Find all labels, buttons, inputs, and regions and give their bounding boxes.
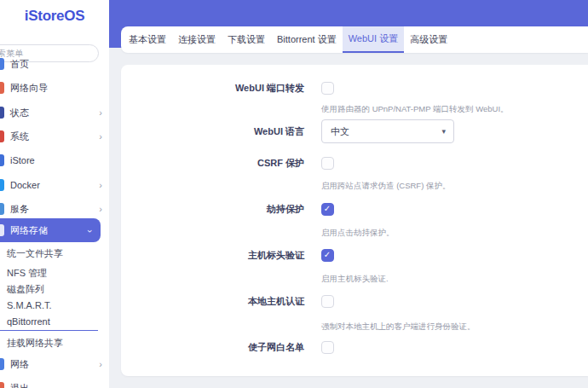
istore-icon (0, 154, 4, 166)
network-storage-icon (0, 224, 4, 236)
field-label: 主机标头验证 (121, 249, 304, 262)
selected-language: 中文 (331, 126, 349, 136)
sidebar-item-network-wizard[interactable]: 网络向导 (0, 76, 109, 100)
sidebar-item-raid[interactable]: 磁盘阵列 (0, 281, 109, 298)
sidebar-item-mount-network-share[interactable]: 挂载网络共享 (0, 334, 109, 351)
webui-port-forward-checkbox[interactable] (321, 82, 334, 95)
docker-icon (0, 179, 4, 191)
chevron-down-icon: › (78, 229, 102, 233)
chevron-right-icon: › (99, 173, 102, 197)
sidebar-item-status[interactable]: 状态 › (0, 101, 109, 125)
chevron-right-icon: › (99, 125, 102, 148)
field-description: 启用点击劫持保护。 (321, 227, 395, 238)
tab-bittorrent-settings[interactable]: Bittorrent 设置 (271, 26, 343, 53)
field-label: WebUI 端口转发 (121, 82, 304, 95)
clickjacking-protection-checkbox[interactable] (321, 203, 334, 216)
sidebar-item-home[interactable]: 首页 (0, 52, 109, 76)
webui-settings-form: WebUI 端口转发 使用路由器的 UPnP/NAT-PMP 端口转发到 Web… (121, 65, 588, 376)
network-wizard-icon (0, 82, 4, 94)
field-label: 使子网白名单 (121, 341, 304, 354)
chevron-right-icon: › (99, 101, 102, 125)
sidebar-item-smart[interactable]: S.M.A.R.T. (0, 297, 109, 314)
field-description: 启用跨站点请求伪造 (CSRF) 保护。 (321, 180, 450, 191)
sidebar-item-logout[interactable]: 退出 (0, 376, 109, 388)
field-description: 强制对本地主机上的客户端进行身份验证。 (321, 321, 476, 332)
sidebar-item-istore[interactable]: iStore (0, 148, 109, 172)
localhost-auth-checkbox[interactable] (321, 295, 334, 308)
tab-basic-settings[interactable]: 基本设置 (123, 26, 172, 53)
field-label: CSRF 保护 (121, 157, 304, 170)
field-description: 启用主机标头验证. (321, 273, 389, 284)
app-root: 基本设置 连接设置 下载设置 Bittorrent 设置 WebUI 设置 高级… (0, 0, 588, 388)
field-label: WebUI 语言 (121, 125, 304, 138)
sidebar-item-docker[interactable]: Docker › (0, 173, 109, 197)
sidebar-item-unified-file-sharing[interactable]: 统一文件共享 (0, 245, 109, 262)
status-icon (0, 107, 4, 119)
subnet-whitelist-checkbox[interactable] (321, 341, 334, 354)
sidebar-item-qbittorrent[interactable]: qBittorrent (0, 313, 109, 330)
tab-webui-settings[interactable]: WebUI 设置 (343, 26, 404, 53)
logout-icon (0, 382, 4, 388)
field-label: 劫持保护 (121, 203, 304, 216)
active-item-underline (0, 330, 98, 331)
tab-advanced-settings[interactable]: 高级设置 (404, 26, 453, 53)
sidebar-item-network-storage[interactable]: 网络存储 › (0, 218, 101, 242)
sidebar-item-network[interactable]: 网络 › (0, 352, 109, 376)
chevron-right-icon: › (99, 197, 102, 221)
field-description: 使用路由器的 UPnP/NAT-PMP 端口转发到 WebUI。 (321, 103, 509, 114)
sidebar-item-nfs-management[interactable]: NFS 管理 (0, 264, 109, 281)
webui-language-select[interactable]: 中文 ▾ (321, 119, 454, 143)
csrf-protection-checkbox[interactable] (321, 157, 334, 170)
chevron-right-icon: › (99, 352, 102, 376)
host-header-validation-checkbox[interactable] (321, 249, 334, 262)
chevron-down-icon: ▾ (441, 120, 446, 142)
tab-download-settings[interactable]: 下载设置 (222, 26, 271, 53)
home-icon (0, 58, 4, 70)
tab-connection-settings[interactable]: 连接设置 (172, 26, 222, 53)
settings-tab-bar: 基本设置 连接设置 下载设置 Bittorrent 设置 WebUI 设置 高级… (121, 26, 588, 53)
sidebar-item-services[interactable]: 服务 › (0, 197, 109, 221)
sidebar-item-system[interactable]: 系统 › (0, 125, 109, 148)
field-label: 本地主机认证 (121, 295, 304, 308)
sidebar: iStoreOS 搜索菜单 首页 网络向导 状态 › 系统 › iStore D… (0, 0, 109, 388)
system-icon (0, 130, 4, 142)
network-icon (0, 358, 4, 370)
services-icon (0, 203, 4, 215)
istoreos-logo: iStoreOS (0, 6, 109, 26)
